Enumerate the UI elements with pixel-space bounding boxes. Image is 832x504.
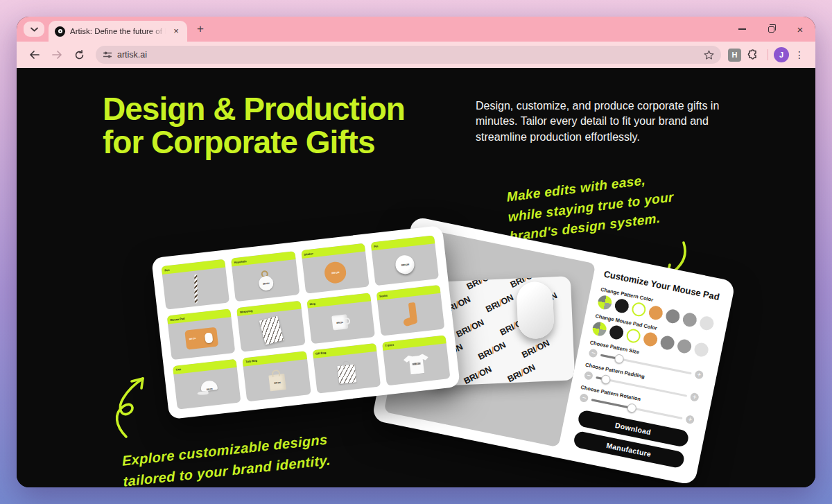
browser-window: Artisk: Define the future of bran × + × bbox=[17, 17, 815, 487]
minimize-button[interactable] bbox=[736, 24, 747, 35]
color-swatch[interactable] bbox=[693, 342, 710, 358]
tile-product-image bbox=[377, 293, 444, 336]
product-tile-mousepad[interactable]: Mouse PadBRI/ON bbox=[167, 309, 236, 360]
product-tile-pin[interactable]: PinBRI/ON bbox=[370, 235, 439, 286]
color-swatch[interactable] bbox=[682, 312, 698, 329]
color-swatch[interactable] bbox=[659, 335, 676, 351]
address-bar[interactable]: artisk.ai bbox=[96, 46, 721, 64]
tile-product-image: BRI/ON bbox=[168, 317, 235, 359]
slider-plus-button[interactable]: + bbox=[694, 370, 704, 379]
product-tile-keychain[interactable]: KeychainBRI/ON bbox=[231, 251, 300, 302]
computer-mouse bbox=[517, 281, 555, 340]
product-tile-mug[interactable]: MugBRI/ON bbox=[306, 293, 375, 344]
artisk-page: Design & Production for Corporate Gifts … bbox=[17, 68, 815, 487]
brand-logo: BRI/ON bbox=[274, 381, 281, 385]
annotation-edits: Make edits with ease, while staying true… bbox=[506, 167, 676, 247]
chevron-down-icon bbox=[31, 27, 38, 32]
brand-logo: BRI/ON bbox=[455, 318, 485, 340]
brand-logo: BRI/ON bbox=[485, 293, 515, 315]
tab-strip: Artisk: Define the future of bran × + × bbox=[17, 17, 815, 42]
color-swatch[interactable] bbox=[699, 315, 716, 332]
brand-logo: BRI/ON bbox=[331, 271, 339, 275]
hero-description: Design, customize, and produce corporate… bbox=[476, 98, 738, 145]
tab-title: Artisk: Define the future of bran bbox=[70, 27, 166, 35]
product-tile-sock[interactable]: Socks bbox=[376, 285, 444, 336]
browser-toolbar: artisk.ai H J ⋮ bbox=[17, 42, 815, 68]
product-tile-wrap[interactable]: Wrapping bbox=[236, 301, 305, 351]
brand-logo: BRI/ON bbox=[520, 338, 551, 360]
brand-logo: BRI/ON bbox=[413, 363, 420, 366]
slider-minus-button[interactable]: − bbox=[589, 348, 598, 358]
slider-minus-button[interactable]: − bbox=[580, 393, 589, 403]
product-tile-tshirt[interactable]: T-ShirtBRI/ON bbox=[382, 335, 451, 385]
tile-label: Pen bbox=[164, 268, 170, 272]
color-swatch[interactable] bbox=[625, 328, 642, 345]
tab-search-button[interactable] bbox=[24, 21, 44, 37]
back-button[interactable] bbox=[25, 45, 44, 64]
bookmark-star-button[interactable] bbox=[702, 48, 716, 62]
refresh-button[interactable] bbox=[69, 45, 89, 64]
tile-label: Mouse Pad bbox=[170, 317, 185, 322]
star-icon bbox=[704, 50, 714, 60]
curly-arrow-icon bbox=[112, 373, 161, 440]
tile-label: Gift Bag bbox=[315, 351, 326, 356]
puzzle-icon bbox=[747, 49, 759, 60]
refresh-icon bbox=[74, 50, 85, 60]
tile-label: T-Shirt bbox=[385, 343, 394, 347]
product-tile-tote[interactable]: Tote BagBRI/ON bbox=[242, 351, 311, 401]
brand-logo: BRI/ON bbox=[263, 281, 270, 285]
tile-product-image: BRI/ON bbox=[302, 252, 369, 294]
tab-close-icon[interactable]: × bbox=[171, 26, 182, 37]
color-swatch[interactable] bbox=[648, 305, 664, 322]
page-title: Design & Production for Corporate Gifts bbox=[103, 93, 405, 159]
restore-icon bbox=[768, 26, 774, 33]
tile-label: Keychain bbox=[234, 259, 246, 264]
product-tile-sticker[interactable]: StickerBRI/ON bbox=[301, 243, 370, 294]
slider-knob[interactable] bbox=[614, 353, 625, 363]
slider-plus-button[interactable]: + bbox=[685, 415, 695, 424]
color-swatch[interactable] bbox=[609, 324, 625, 341]
color-swatch[interactable] bbox=[665, 309, 682, 325]
url-text[interactable]: artisk.ai bbox=[117, 50, 702, 60]
new-tab-button[interactable]: + bbox=[191, 21, 209, 39]
tile-product-image: BRI/ON bbox=[232, 259, 299, 302]
brand-logo: BRI/ON bbox=[465, 276, 496, 291]
profile-avatar[interactable]: J bbox=[774, 47, 789, 62]
browser-menu-button[interactable]: ⋮ bbox=[792, 47, 807, 62]
product-tile-giftbag[interactable]: Gift Bag bbox=[312, 342, 381, 393]
maximize-button[interactable] bbox=[765, 24, 777, 35]
brand-logo: BRI/ON bbox=[336, 321, 343, 324]
color-swatch[interactable] bbox=[631, 302, 648, 318]
tile-product-image bbox=[162, 268, 229, 310]
color-picker-swatch[interactable] bbox=[591, 321, 608, 338]
tile-product-image: BRI/ON bbox=[173, 367, 241, 409]
slider-plus-button[interactable]: + bbox=[690, 392, 700, 402]
tile-label: Cap bbox=[175, 367, 181, 372]
site-settings-icon[interactable] bbox=[103, 51, 112, 59]
browser-tab[interactable]: Artisk: Define the future of bran × bbox=[49, 21, 187, 42]
annotation-explore: Explore customizable designs tailored to… bbox=[121, 428, 331, 487]
slider-knob[interactable] bbox=[627, 403, 637, 413]
product-grid-card: PenKeychainBRI/ONStickerBRI/ONPinBRI/ONM… bbox=[151, 225, 460, 419]
tile-label: Tote Bag bbox=[245, 358, 257, 363]
slider-knob[interactable] bbox=[600, 374, 611, 384]
close-button[interactable]: × bbox=[795, 24, 806, 35]
tile-label: Mug bbox=[309, 302, 315, 306]
color-swatch[interactable] bbox=[614, 298, 630, 315]
page-title-line2: for Corporate Gifts bbox=[103, 124, 374, 160]
product-tile-cap[interactable]: CapBRI/ON bbox=[173, 358, 241, 409]
color-picker-swatch[interactable] bbox=[597, 295, 614, 311]
extensions-button[interactable] bbox=[744, 46, 762, 64]
back-arrow-icon bbox=[29, 50, 40, 60]
tile-product-image: BRI/ON bbox=[372, 243, 439, 286]
color-swatch[interactable] bbox=[677, 338, 693, 355]
brand-logo: BRI/ON bbox=[506, 363, 537, 385]
desktop-background: Artisk: Define the future of bran × + × bbox=[0, 0, 832, 504]
window-controls: × bbox=[736, 17, 806, 42]
slider-minus-button[interactable]: − bbox=[584, 371, 593, 381]
product-tile-pen[interactable]: Pen bbox=[161, 259, 229, 310]
forward-button[interactable] bbox=[47, 45, 67, 64]
brand-logo: BRI/ON bbox=[401, 263, 409, 266]
extension-h-button[interactable]: H bbox=[728, 49, 741, 62]
color-swatch[interactable] bbox=[643, 331, 659, 348]
